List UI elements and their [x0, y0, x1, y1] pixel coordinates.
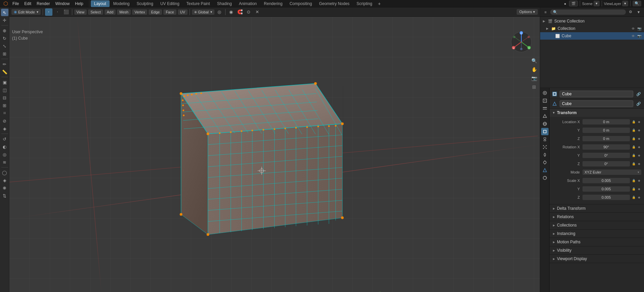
scale-z-keyframe[interactable]: ◆ [637, 195, 641, 200]
loc-z-keyframe[interactable]: ◆ [637, 136, 641, 141]
edge-menu[interactable]: Edge [149, 9, 162, 15]
rot-y-lock[interactable]: 🔒 [631, 153, 636, 158]
tool-smooth[interactable]: ◐ [1, 143, 8, 150]
relations-section[interactable]: ▶ Relations [550, 213, 644, 221]
motion-paths-section[interactable]: ▶ Motion Paths [550, 238, 644, 246]
scale-x-field[interactable]: 0.005 [582, 178, 630, 183]
viewport-display-section[interactable]: ▶ Viewport Display [550, 255, 644, 263]
rot-z-keyframe[interactable]: ◆ [637, 161, 641, 166]
transform-section-header[interactable]: ▼ Transform [550, 109, 644, 117]
tool-poly-build[interactable]: ◈ [1, 125, 8, 132]
render-btn[interactable]: 🎬 [569, 1, 578, 6]
tool-measure[interactable]: 📏 [1, 68, 8, 76]
rot-x-keyframe[interactable]: ◆ [637, 145, 641, 149]
tool-rotate[interactable]: ↻ [1, 35, 8, 42]
delta-transform-section[interactable]: ▶ Delta Transform [550, 204, 644, 213]
menu-file[interactable]: File [10, 1, 21, 7]
prop-constraints-btn[interactable] [541, 159, 549, 166]
prop-scene-btn[interactable] [541, 112, 549, 120]
mode-selector[interactable]: ◉ Edit Mode [11, 9, 41, 15]
edge-select-mode[interactable]: ⬞ [54, 8, 61, 16]
cube-render[interactable]: 📷 [637, 34, 641, 38]
collection-render[interactable]: 📷 [637, 27, 641, 31]
face-menu[interactable]: Face [163, 9, 176, 15]
tool-scale[interactable]: ⤡ [1, 42, 8, 50]
tool-cursor[interactable]: ✛ [1, 16, 8, 24]
navigation-gizmo[interactable]: Z Y X [510, 30, 533, 54]
scale-z-lock[interactable]: 🔒 [631, 195, 636, 200]
tool-shrink[interactable]: ❋ [1, 184, 8, 192]
overlay-btn[interactable]: ⊙ [245, 8, 252, 16]
loc-z-lock[interactable]: 🔒 [631, 136, 636, 141]
prop-render-btn[interactable] [541, 89, 549, 97]
data-link-icon[interactable]: 🔗 [636, 101, 641, 106]
tab-add[interactable]: + [376, 0, 383, 7]
prop-world-btn[interactable] [541, 120, 549, 128]
loc-y-keyframe[interactable]: ◆ [637, 128, 641, 133]
loc-x-lock[interactable]: 🔒 [631, 119, 636, 124]
scale-x-lock[interactable]: 🔒 [631, 178, 636, 183]
tab-modeling[interactable]: Modeling [110, 0, 133, 7]
outliner-search-input[interactable] [550, 9, 626, 15]
rot-z-lock[interactable]: 🔒 [631, 161, 636, 166]
tab-sculpting[interactable]: Sculpting [133, 0, 157, 7]
collections-section[interactable]: ▶ Collections [550, 221, 644, 230]
zoom-in-icon[interactable]: 🔍 [530, 57, 538, 64]
select-menu[interactable]: Select [88, 9, 103, 15]
scale-z-field[interactable]: 0.005 [582, 195, 630, 200]
loc-y-lock[interactable]: 🔒 [631, 128, 636, 133]
outliner-new-collection[interactable]: ▼ [635, 9, 642, 15]
tool-knife[interactable]: ⌗ [1, 109, 8, 117]
rotation-y-field[interactable]: 0° [582, 153, 630, 158]
camera-icon[interactable]: 📷 [530, 75, 538, 82]
tool-slide[interactable]: ≋ [1, 158, 8, 166]
instancing-section[interactable]: ▶ Instancing [550, 230, 644, 238]
scale-y-field[interactable]: 0.005 [582, 186, 630, 192]
viewport-options-btn[interactable]: Options ▾ [517, 9, 538, 15]
render-engine-btn[interactable]: ● [562, 1, 568, 6]
tool-bisect[interactable]: ⊘ [1, 117, 8, 125]
cube-eye[interactable]: 👁 [632, 34, 635, 38]
proportional-edit[interactable]: ◉ [228, 8, 235, 16]
tool-select[interactable]: ⇖ [1, 9, 8, 16]
object-data-name-input[interactable]: Cube [560, 100, 633, 107]
menu-render[interactable]: Render [34, 1, 52, 7]
tab-compositing[interactable]: Compositing [286, 0, 315, 7]
tab-rendering[interactable]: Rendering [260, 0, 286, 7]
pan-icon[interactable]: ✋ [530, 66, 538, 73]
rotation-mode-dropdown[interactable]: XYZ Euler [582, 169, 641, 175]
vertex-menu[interactable]: Vertex [132, 9, 147, 15]
viewport-3d[interactable]: ◉ Edit Mode ⬝ ⬞ ⬛ View Select Add Mesh V… [9, 7, 540, 292]
scale-x-keyframe[interactable]: ◆ [637, 178, 641, 183]
outliner-filter-btn[interactable]: ⚙ [627, 9, 634, 15]
search-btn[interactable]: 🔍 [633, 1, 641, 6]
menu-help[interactable]: Help [73, 1, 86, 7]
outliner-scene-collection[interactable]: ▶ 🎬 Scene Collection [540, 17, 644, 25]
prop-output-btn[interactable] [541, 97, 549, 104]
transform-orientation[interactable]: ⊕ Global [192, 9, 214, 15]
collection-eye[interactable]: 👁 [632, 27, 635, 31]
rot-x-lock[interactable]: 🔒 [631, 145, 636, 149]
tab-geometry-nodes[interactable]: Geometry Nodes [316, 0, 353, 7]
prop-data-btn[interactable] [541, 166, 549, 174]
tab-layout[interactable]: Layout [91, 0, 110, 7]
ortho-icon[interactable]: ⊞ [530, 83, 538, 91]
xray-btn[interactable]: ✕ [254, 8, 261, 16]
tab-scripting[interactable]: Scripting [353, 0, 376, 7]
tool-push-pull[interactable]: ⇅ [1, 192, 8, 199]
visibility-section[interactable]: ▶ Visibility [550, 246, 644, 255]
tool-bevel[interactable]: ◫ [1, 86, 8, 94]
outliner-cube[interactable]: ▶ ⬜ Cube 👁 📷 [540, 32, 644, 40]
menu-edit[interactable]: Edit [22, 1, 34, 7]
add-menu[interactable]: Add [105, 9, 116, 15]
tool-loop-cut[interactable]: ⊟ [1, 94, 8, 101]
mesh-menu[interactable]: Mesh [117, 9, 131, 15]
outliner-collection[interactable]: ▶ 📁 Collection 👁 📷 [540, 25, 644, 32]
prop-object-btn[interactable] [541, 128, 549, 135]
menu-window[interactable]: Window [53, 1, 72, 7]
tool-offset[interactable]: ⊞ [1, 102, 8, 109]
view-menu[interactable]: View [74, 9, 87, 15]
location-z-field[interactable]: 0 m [582, 136, 630, 141]
tool-randomize[interactable]: ◎ [1, 151, 8, 158]
tool-move[interactable]: ⊕ [1, 27, 8, 34]
